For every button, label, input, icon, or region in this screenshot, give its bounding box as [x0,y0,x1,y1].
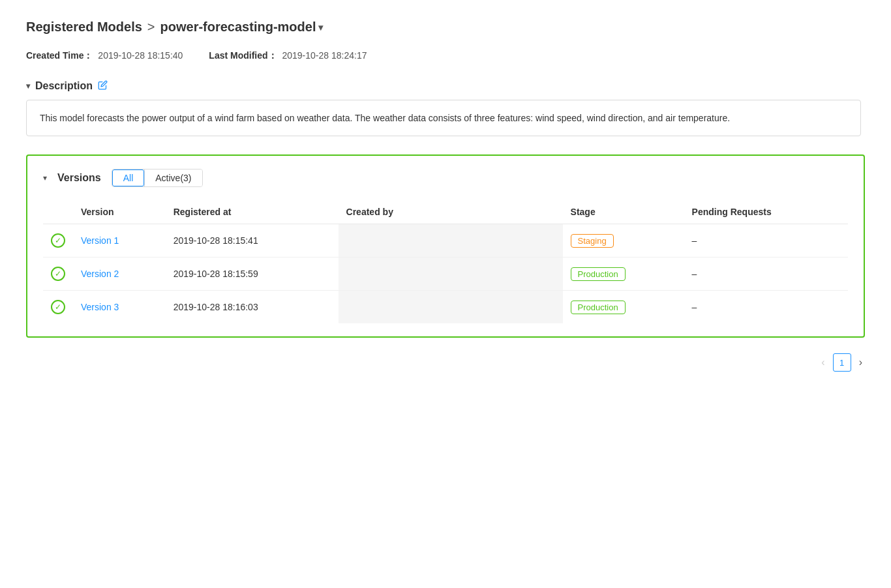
created-by-cell [339,291,563,324]
table-row: ✓Version 32019-10-28 18:16:03Production– [43,291,848,324]
versions-header: ▾ Versions All Active(3) [43,169,848,187]
pending-cell: – [684,257,848,291]
stage-cell: Staging [563,224,684,257]
versions-table: Version Registered at Created by Stage P… [43,200,848,323]
created-time-group: Created Time： 2019-10-28 18:15:40 [26,50,183,62]
col-header-check [43,200,73,224]
description-section-header[interactable]: ▾ Description [26,80,865,92]
col-header-pending: Pending Requests [684,200,848,224]
check-cell: ✓ [43,291,73,324]
next-page-button[interactable]: › [856,357,865,368]
col-header-stage: Stage [563,200,684,224]
table-row: ✓Version 12019-10-28 18:15:41Staging– [43,224,848,257]
versions-toggle: ▾ [43,173,47,183]
breadcrumb-current: power-forecasting-model [160,20,316,35]
check-cell: ✓ [43,257,73,291]
modified-value: 2019-10-28 18:24:17 [282,50,367,61]
version-cell[interactable]: Version 2 [73,257,166,291]
pending-cell: – [684,224,848,257]
version-cell[interactable]: Version 3 [73,291,166,324]
page-1-button[interactable]: 1 [833,353,851,372]
created-by-cell [339,257,563,291]
tab-active[interactable]: Active(3) [144,169,202,186]
breadcrumb-model: power-forecasting-model ▾ [160,20,324,35]
breadcrumb-separator: > [147,20,155,35]
versions-container: ▾ Versions All Active(3) Version Registe… [26,154,865,338]
meta-row: Created Time： 2019-10-28 18:15:40 Last M… [26,50,865,62]
description-text: This model forecasts the power output of… [40,113,730,123]
created-by-cell [339,224,563,257]
table-row: ✓Version 22019-10-28 18:15:59Production– [43,257,848,291]
breadcrumb: Registered Models > power-forecasting-mo… [26,20,865,35]
col-header-version: Version [73,200,166,224]
tab-all[interactable]: All [112,169,145,186]
description-box: This model forecasts the power output of… [26,100,861,136]
breadcrumb-parent[interactable]: Registered Models [26,20,142,35]
version-cell[interactable]: Version 1 [73,224,166,257]
col-header-registered: Registered at [166,200,339,224]
description-toggle: ▾ [26,81,30,91]
description-edit-icon[interactable] [98,80,108,92]
versions-title: Versions [57,172,101,184]
stage-badge: Staging [571,234,614,248]
model-dropdown-icon[interactable]: ▾ [318,22,323,33]
registered-at-cell: 2019-10-28 18:15:41 [166,224,339,257]
created-label: Created Time： [26,50,93,61]
registered-at-cell: 2019-10-28 18:15:59 [166,257,339,291]
created-value: 2019-10-28 18:15:40 [98,50,183,61]
prev-page-button[interactable]: ‹ [819,357,827,368]
col-header-created-by: Created by [339,200,563,224]
registered-at-cell: 2019-10-28 18:16:03 [166,291,339,324]
stage-cell: Production [563,291,684,324]
versions-tab-group: All Active(3) [112,169,203,187]
stage-badge: Production [571,267,626,281]
pending-cell: – [684,291,848,324]
description-title: Description [35,80,93,92]
check-cell: ✓ [43,224,73,257]
stage-cell: Production [563,257,684,291]
stage-badge: Production [571,301,626,314]
pagination: ‹ 1 › [26,353,865,372]
modified-time-group: Last Modified： 2019-10-28 18:24:17 [209,50,367,62]
modified-label: Last Modified： [209,50,277,61]
